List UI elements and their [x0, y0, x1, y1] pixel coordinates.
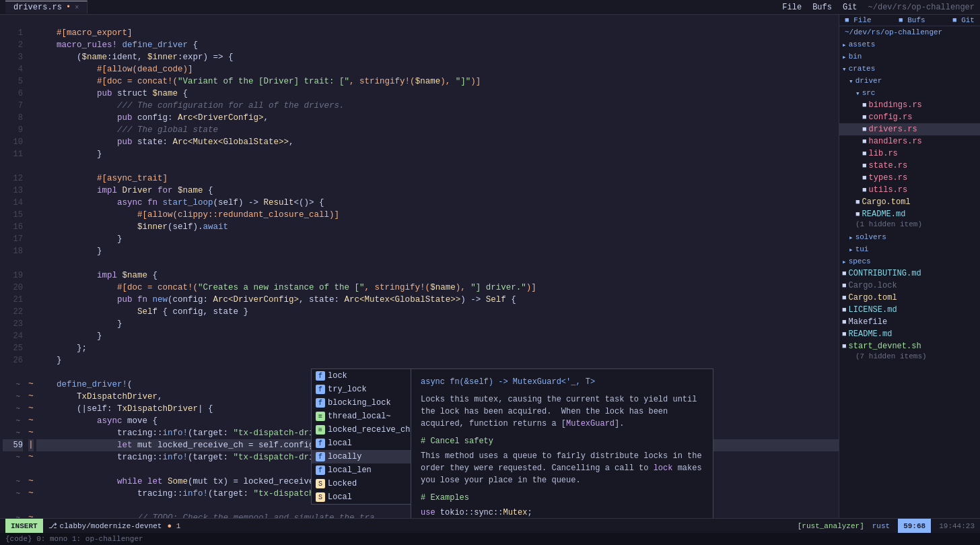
tree-item-cargo-toml[interactable]: ■ Cargo.toml: [839, 292, 980, 304]
ac-icon-struct: S: [316, 479, 325, 488]
ac-item-Local[interactable]: S Local: [312, 490, 411, 504]
topbar-git[interactable]: Git: [843, 3, 858, 12]
tree-item-state[interactable]: ■ state.rs: [839, 160, 980, 172]
file-icon: ■: [839, 306, 847, 314]
tree-item-makefile[interactable]: ■ Makefile: [839, 316, 980, 328]
ac-label: Local: [328, 492, 352, 502]
file-icon: ■: [839, 210, 860, 218]
tree-item-start-devnet[interactable]: ■ start_devnet.sh: [839, 340, 980, 352]
folder-name: crates: [849, 65, 876, 73]
status-mode: INSERT: [5, 519, 43, 534]
ac-item-blocking-lock[interactable]: f blocking_lock: [312, 396, 411, 410]
tab-close-button[interactable]: ×: [75, 4, 79, 11]
tree-item-license[interactable]: ■ LICENSE.md: [839, 304, 980, 316]
file-icon: ■: [839, 174, 867, 182]
ac-item-locally[interactable]: f locally: [312, 450, 411, 463]
tree-item-readme-driver[interactable]: ■ README.md: [839, 208, 980, 220]
folder-name: tui: [855, 245, 869, 253]
tree-item-solvers[interactable]: ▸ solvers: [839, 231, 980, 243]
topbar-file[interactable]: File: [782, 3, 802, 12]
file-name: README.md: [849, 329, 893, 339]
file-tree-sidebar: ■ File ■ Bufs ■ Git ~/dev/rs/op-challeng…: [839, 15, 980, 518]
topbar-bufs[interactable]: Bufs: [812, 3, 832, 12]
file-icon: ■: [839, 125, 867, 133]
ac-item-try-lock[interactable]: f try_lock: [312, 383, 411, 396]
ac-icon-var: ≡: [316, 425, 325, 435]
doc-section1: # Cancel safety: [421, 435, 703, 447]
file-name: config.rs: [869, 113, 913, 122]
code-line: ($name:ident, $inner:expr) => {: [36, 51, 839, 63]
folder-name: bin: [849, 53, 862, 61]
folder-name: driver: [855, 77, 882, 85]
tree-item-readme-root[interactable]: ■ README.md: [839, 328, 980, 340]
file-icon: ■: [839, 162, 867, 170]
tree-item-src[interactable]: ▾ src: [839, 87, 980, 99]
sidebar-bufs-label[interactable]: ■ Bufs: [899, 16, 925, 24]
tab-drivers-rs[interactable]: drivers.rs • ×: [5, 1, 88, 13]
sidebar-git-label[interactable]: ■ Git: [952, 16, 975, 24]
tab-modified-dot: •: [66, 3, 71, 12]
code-line: impl $name {: [36, 269, 839, 282]
folder-name: specs: [849, 257, 871, 265]
code-line: /// The global state: [36, 124, 839, 136]
ac-label: locked_receive_ch: [328, 425, 410, 435]
tree-item-tui[interactable]: ▸ tui: [839, 243, 980, 255]
tree-item-utils[interactable]: ■ utils.rs: [839, 184, 980, 196]
tree-item-bindings[interactable]: ■ bindings.rs: [839, 99, 980, 111]
status-right: [rust_analyzer] rust 59:68 19:44:23: [798, 519, 975, 534]
file-name: handlers.rs: [869, 137, 922, 146]
tree-item-types[interactable]: ■ types.rs: [839, 172, 980, 184]
tree-item-cargo-driver[interactable]: ■ Cargo.toml: [839, 196, 980, 208]
doc-popup: async fn(&self) -> MutexGuard<'_, T> Loc…: [411, 368, 713, 518]
tree-item-bin[interactable]: ▸ bin: [839, 51, 980, 63]
ac-icon-fn: f: [316, 398, 325, 408]
ac-item-lock[interactable]: f lock: [312, 369, 411, 383]
folder-name: solvers: [855, 233, 886, 241]
code-line: #[doc = concat!("Variant of the [Driver]…: [36, 75, 839, 88]
folder-icon: ▸: [839, 53, 847, 61]
code-line: #[macro_export]: [36, 27, 839, 39]
file-name: drivers.rs: [869, 125, 917, 134]
code-line: }: [36, 233, 839, 245]
notification-bar: {code} 0: mono 1: op-challenger: [0, 533, 980, 545]
file-name: state.rs: [869, 161, 908, 170]
code-line: #[async_trait]: [36, 172, 839, 185]
folder-icon: ▸: [839, 40, 847, 49]
ac-item-thread-local[interactable]: ≡ thread_local~: [312, 410, 411, 423]
tree-item-handlers[interactable]: ■ handlers.rs: [839, 135, 980, 148]
ac-icon-fn: f: [316, 385, 325, 394]
file-icon: ■: [839, 137, 867, 146]
tree-item-config[interactable]: ■ config.rs: [839, 111, 980, 123]
tree-item-lib[interactable]: ■ lib.rs: [839, 148, 980, 160]
doc-description2: This method uses a queue to fairly distr…: [421, 450, 703, 486]
file-name: types.rs: [869, 173, 908, 183]
file-name: start_devnet.sh: [849, 342, 921, 351]
tree-item-assets[interactable]: ▸ assets: [839, 38, 980, 51]
file-icon: ■: [839, 198, 860, 206]
ac-item-locked-receive[interactable]: ≡ locked_receive_ch: [312, 423, 411, 437]
editor-area: 1 2 3 4 5 6 7 8 9 10 11 12 13 14 15 16 1…: [0, 15, 839, 518]
ac-label: thread_local~: [328, 412, 391, 421]
tree-item-contributing[interactable]: ■ CONTRIBUTING.md: [839, 267, 980, 280]
file-name: CONTRIBUTING.md: [849, 269, 921, 278]
tree-item-specs[interactable]: ▸ specs: [839, 255, 980, 267]
file-name: README.md: [862, 210, 906, 219]
tree-item-drivers[interactable]: ■ drivers.rs: [839, 123, 980, 135]
ac-icon-fn: f: [316, 466, 325, 475]
ac-label: try_lock: [328, 385, 367, 394]
editor-content[interactable]: 1 2 3 4 5 6 7 8 9 10 11 12 13 14 15 16 1…: [0, 15, 839, 518]
folder-icon: ▾: [839, 89, 860, 98]
tree-item-driver[interactable]: ▾ driver: [839, 75, 980, 87]
ac-icon-fn: f: [316, 371, 325, 381]
autocomplete-popup[interactable]: f lock f try_lock f blocking_lock ≡ thre…: [311, 368, 412, 505]
ac-item-local-len[interactable]: f local_len: [312, 463, 411, 477]
tree-item-cargo-lock[interactable]: ■ Cargo.lock: [839, 280, 980, 292]
code-line: #[allow(dead_code)]: [36, 63, 839, 75]
ac-item-Locked[interactable]: S Locked: [312, 477, 411, 490]
folder-name: src: [862, 89, 876, 97]
tree-item-crates[interactable]: ▾ crates: [839, 63, 980, 75]
lsp-status: [rust_analyzer]: [798, 522, 864, 530]
top-bar: drivers.rs • × File Bufs Git ~/dev/rs/op…: [0, 0, 980, 15]
ac-item-local[interactable]: f local: [312, 437, 411, 450]
file-icon: ■: [839, 269, 847, 278]
